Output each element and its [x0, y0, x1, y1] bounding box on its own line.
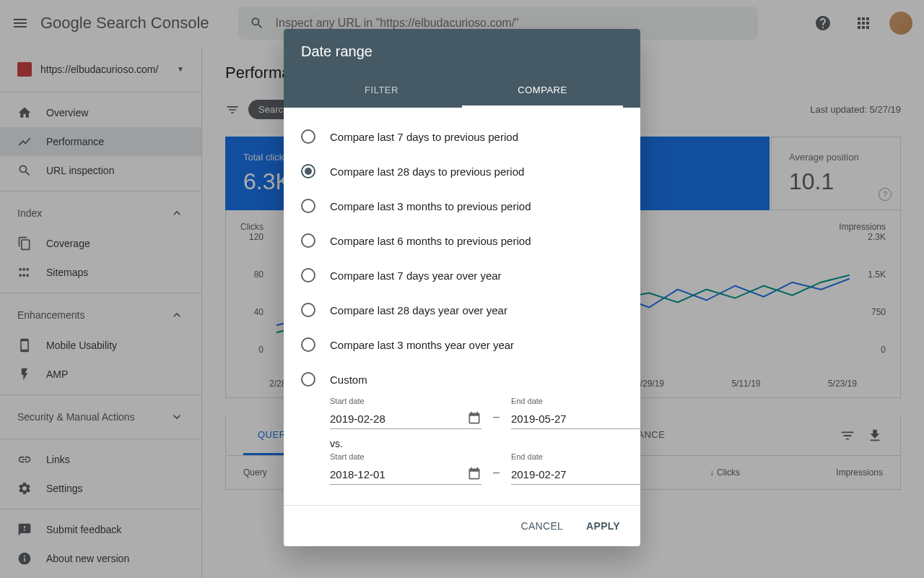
radio-icon: [301, 372, 315, 387]
start-date-2-input[interactable]: [330, 464, 481, 485]
radio-option-1[interactable]: Compare last 28 days to previous period: [289, 154, 635, 189]
calendar-icon[interactable]: [467, 411, 481, 426]
tab-compare[interactable]: COMPARE: [462, 74, 623, 108]
end-date-2: End date: [511, 452, 640, 485]
radio-label: Compare last 28 days to previous period: [330, 165, 524, 178]
radio-option-3[interactable]: Compare last 6 months to previous period: [289, 223, 635, 258]
radio-icon: [301, 233, 315, 248]
tab-filter[interactable]: FILTER: [301, 74, 462, 108]
radio-label: Compare last 7 days to previous period: [330, 131, 518, 143]
start-date-1-input[interactable]: [330, 408, 481, 429]
radio-icon: [301, 337, 315, 352]
radio-label: Compare last 7 days year over year: [330, 269, 502, 282]
radio-option-7[interactable]: Custom: [289, 362, 635, 397]
radio-label: Compare last 3 months year over year: [330, 339, 514, 351]
radio-option-2[interactable]: Compare last 3 months to previous period: [289, 189, 635, 223]
radio-icon: [301, 129, 315, 144]
radio-icon: [301, 164, 315, 178]
calendar-icon[interactable]: [467, 467, 481, 481]
cancel-button[interactable]: CANCEL: [513, 514, 572, 538]
radio-label: Custom: [330, 374, 367, 386]
radio-icon: [301, 268, 315, 282]
end-date-1: End date: [511, 397, 640, 429]
radio-label: Compare last 28 days year over year: [330, 304, 507, 316]
end-date-1-input[interactable]: [511, 408, 640, 429]
radio-option-6[interactable]: Compare last 3 months year over year: [289, 327, 635, 362]
end-date-2-input[interactable]: [511, 464, 640, 485]
radio-option-4[interactable]: Compare last 7 days year over year: [289, 258, 635, 293]
radio-label: Compare last 6 months to previous period: [330, 235, 531, 247]
date-range-dialog: Date range FILTER COMPARE Compare last 7…: [284, 29, 640, 546]
radio-label: Compare last 3 months to previous period: [330, 200, 531, 212]
radio-icon: [301, 199, 315, 213]
start-date-1: Start date: [330, 397, 481, 429]
vs-label: vs.: [330, 438, 623, 449]
dialog-title: Date range: [301, 43, 623, 60]
radio-icon: [301, 303, 315, 317]
start-date-2: Start date: [330, 452, 481, 485]
modal-overlay[interactable]: Date range FILTER COMPARE Compare last 7…: [0, 0, 924, 578]
radio-option-0[interactable]: Compare last 7 days to previous period: [289, 119, 635, 154]
apply-button[interactable]: APPLY: [578, 514, 629, 538]
radio-option-5[interactable]: Compare last 28 days year over year: [289, 293, 635, 327]
